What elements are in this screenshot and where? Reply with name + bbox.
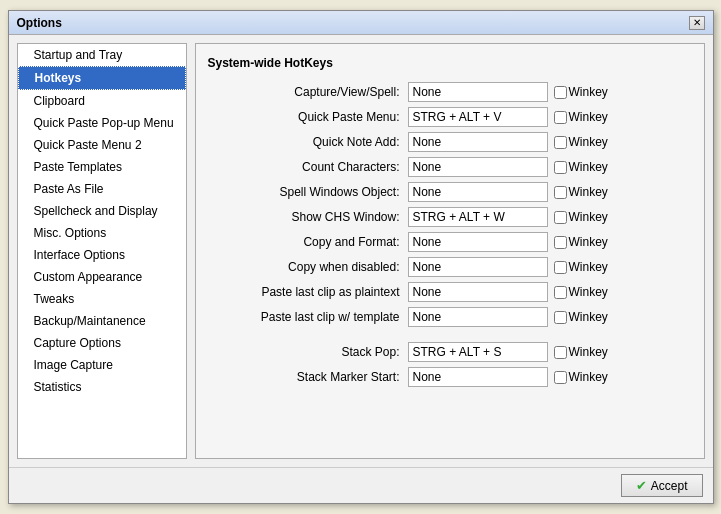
hotkey-winkey-label-stack-marker-start: Winkey <box>569 370 608 384</box>
hotkey-winkey-checkbox-show-chs-window[interactable] <box>554 211 567 224</box>
hotkey-winkey-label-stack-pop: Winkey <box>569 345 608 359</box>
hotkey-winkey-area-show-chs-window: Winkey <box>554 210 608 224</box>
sidebar-item-hotkeys[interactable]: Hotkeys <box>18 66 186 90</box>
hotkey-input-count-characters[interactable] <box>408 157 548 177</box>
sidebar-item-statistics[interactable]: Statistics <box>18 376 186 398</box>
hotkey-label-count-characters: Count Characters: <box>208 160 408 174</box>
sidebar-item-clipboard[interactable]: Clipboard <box>18 90 186 112</box>
sidebar: Startup and TrayHotkeysClipboardQuick Pa… <box>17 43 187 459</box>
accept-label: Accept <box>651 479 688 493</box>
hotkey-label-quick-paste-menu: Quick Paste Menu: <box>208 110 408 124</box>
hotkey-winkey-area-copy-and-format: Winkey <box>554 235 608 249</box>
hotkey-label-capture-view-spell: Capture/View/Spell: <box>208 85 408 99</box>
hotkey-winkey-checkbox-stack-pop[interactable] <box>554 346 567 359</box>
hotkey-row-stack-pop: Stack Pop:Winkey <box>208 342 692 362</box>
hotkey-label-paste-last-clip-template: Paste last clip w/ template <box>208 310 408 324</box>
hotkey-winkey-label-spell-windows-object: Winkey <box>569 185 608 199</box>
hotkey-winkey-checkbox-quick-paste-menu[interactable] <box>554 111 567 124</box>
hotkey-winkey-label-capture-view-spell: Winkey <box>569 85 608 99</box>
hotkey-label-paste-last-clip-plaintext: Paste last clip as plaintext <box>208 285 408 299</box>
hotkey-winkey-area-capture-view-spell: Winkey <box>554 85 608 99</box>
hotkey-winkey-label-quick-paste-menu: Winkey <box>569 110 608 124</box>
sidebar-item-image-capture[interactable]: Image Capture <box>18 354 186 376</box>
hotkey-winkey-checkbox-quick-note-add[interactable] <box>554 136 567 149</box>
hotkey-winkey-area-stack-pop: Winkey <box>554 345 608 359</box>
hotkey-input-quick-paste-menu[interactable] <box>408 107 548 127</box>
content-panel: System-wide HotKeys Capture/View/Spell:W… <box>195 43 705 459</box>
hotkey-label-quick-note-add: Quick Note Add: <box>208 135 408 149</box>
hotkey-winkey-area-paste-last-clip-plaintext: Winkey <box>554 285 608 299</box>
title-bar: Options ✕ <box>9 11 713 35</box>
hotkey-winkey-checkbox-capture-view-spell[interactable] <box>554 86 567 99</box>
hotkey-winkey-area-quick-note-add: Winkey <box>554 135 608 149</box>
sidebar-item-quick-paste-popup[interactable]: Quick Paste Pop-up Menu <box>18 112 186 134</box>
hotkey-input-paste-last-clip-plaintext[interactable] <box>408 282 548 302</box>
sidebar-item-startup-tray[interactable]: Startup and Tray <box>18 44 186 66</box>
sidebar-item-misc-options[interactable]: Misc. Options <box>18 222 186 244</box>
sidebar-item-capture-options[interactable]: Capture Options <box>18 332 186 354</box>
hotkey-label-show-chs-window: Show CHS Window: <box>208 210 408 224</box>
hotkey-label-copy-and-format: Copy and Format: <box>208 235 408 249</box>
hotkey-row-copy-and-format: Copy and Format:Winkey <box>208 232 692 252</box>
hotkey-winkey-area-quick-paste-menu: Winkey <box>554 110 608 124</box>
spacer <box>208 332 692 342</box>
hotkey-winkey-label-paste-last-clip-plaintext: Winkey <box>569 285 608 299</box>
options-dialog: Options ✕ Startup and TrayHotkeysClipboa… <box>8 10 714 504</box>
dialog-body: Startup and TrayHotkeysClipboardQuick Pa… <box>9 35 713 467</box>
dialog-footer: ✔ Accept <box>9 467 713 503</box>
sidebar-item-quick-paste-menu2[interactable]: Quick Paste Menu 2 <box>18 134 186 156</box>
hotkey-winkey-label-quick-note-add: Winkey <box>569 135 608 149</box>
hotkey-row-paste-last-clip-template: Paste last clip w/ templateWinkey <box>208 307 692 327</box>
sidebar-item-paste-templates[interactable]: Paste Templates <box>18 156 186 178</box>
hotkey-winkey-checkbox-paste-last-clip-plaintext[interactable] <box>554 286 567 299</box>
stack-hotkeys-container: Stack Pop:WinkeyStack Marker Start:Winke… <box>208 342 692 392</box>
hotkey-input-quick-note-add[interactable] <box>408 132 548 152</box>
hotkey-input-copy-and-format[interactable] <box>408 232 548 252</box>
hotkey-label-stack-pop: Stack Pop: <box>208 345 408 359</box>
hotkey-row-spell-windows-object: Spell Windows Object:Winkey <box>208 182 692 202</box>
hotkey-winkey-label-show-chs-window: Winkey <box>569 210 608 224</box>
hotkey-input-copy-when-disabled[interactable] <box>408 257 548 277</box>
hotkey-row-show-chs-window: Show CHS Window:Winkey <box>208 207 692 227</box>
hotkey-row-quick-note-add: Quick Note Add:Winkey <box>208 132 692 152</box>
hotkey-winkey-area-count-characters: Winkey <box>554 160 608 174</box>
hotkey-winkey-checkbox-stack-marker-start[interactable] <box>554 371 567 384</box>
hotkey-winkey-label-copy-when-disabled: Winkey <box>569 260 608 274</box>
hotkey-winkey-checkbox-count-characters[interactable] <box>554 161 567 174</box>
sidebar-item-backup-maintanence[interactable]: Backup/Maintanence <box>18 310 186 332</box>
sidebar-item-custom-appearance[interactable]: Custom Appearance <box>18 266 186 288</box>
hotkey-input-capture-view-spell[interactable] <box>408 82 548 102</box>
dialog-title: Options <box>17 16 62 30</box>
hotkey-winkey-checkbox-paste-last-clip-template[interactable] <box>554 311 567 324</box>
hotkey-winkey-area-copy-when-disabled: Winkey <box>554 260 608 274</box>
check-icon: ✔ <box>636 478 647 493</box>
section-title: System-wide HotKeys <box>208 56 692 70</box>
hotkey-winkey-checkbox-copy-when-disabled[interactable] <box>554 261 567 274</box>
hotkey-row-count-characters: Count Characters:Winkey <box>208 157 692 177</box>
hotkey-row-stack-marker-start: Stack Marker Start:Winkey <box>208 367 692 387</box>
hotkey-winkey-checkbox-copy-and-format[interactable] <box>554 236 567 249</box>
sidebar-item-paste-as-file[interactable]: Paste As File <box>18 178 186 200</box>
hotkey-row-quick-paste-menu: Quick Paste Menu:Winkey <box>208 107 692 127</box>
hotkey-row-capture-view-spell: Capture/View/Spell:Winkey <box>208 82 692 102</box>
hotkey-input-stack-marker-start[interactable] <box>408 367 548 387</box>
sidebar-item-tweaks[interactable]: Tweaks <box>18 288 186 310</box>
hotkey-input-paste-last-clip-template[interactable] <box>408 307 548 327</box>
hotkey-winkey-area-spell-windows-object: Winkey <box>554 185 608 199</box>
hotkey-row-paste-last-clip-plaintext: Paste last clip as plaintextWinkey <box>208 282 692 302</box>
close-button[interactable]: ✕ <box>689 16 705 30</box>
hotkey-winkey-area-paste-last-clip-template: Winkey <box>554 310 608 324</box>
hotkey-winkey-label-count-characters: Winkey <box>569 160 608 174</box>
hotkey-winkey-checkbox-spell-windows-object[interactable] <box>554 186 567 199</box>
accept-button[interactable]: ✔ Accept <box>621 474 703 497</box>
hotkey-row-copy-when-disabled: Copy when disabled:Winkey <box>208 257 692 277</box>
sidebar-item-interface-options[interactable]: Interface Options <box>18 244 186 266</box>
hotkey-label-copy-when-disabled: Copy when disabled: <box>208 260 408 274</box>
hotkey-winkey-label-paste-last-clip-template: Winkey <box>569 310 608 324</box>
hotkey-input-show-chs-window[interactable] <box>408 207 548 227</box>
hotkey-input-stack-pop[interactable] <box>408 342 548 362</box>
sidebar-item-spellcheck-display[interactable]: Spellcheck and Display <box>18 200 186 222</box>
hotkey-input-spell-windows-object[interactable] <box>408 182 548 202</box>
hotkey-winkey-area-stack-marker-start: Winkey <box>554 370 608 384</box>
hotkey-label-stack-marker-start: Stack Marker Start: <box>208 370 408 384</box>
